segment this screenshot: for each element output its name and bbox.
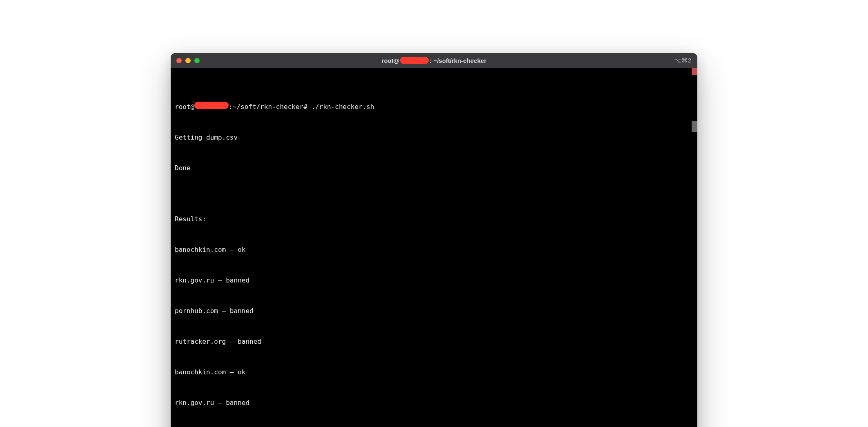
output-line: banochkin.com – ok xyxy=(175,245,693,255)
close-icon[interactable] xyxy=(176,58,182,63)
output-line: Done xyxy=(175,163,693,173)
output-line: Getting dump.csv xyxy=(175,132,693,142)
scrollbar-track[interactable] xyxy=(692,68,697,427)
prompt-line: root@:~/soft/rkn-checker# ./rkn-checker.… xyxy=(175,102,693,112)
terminal-output[interactable]: root@:~/soft/rkn-checker# ./rkn-checker.… xyxy=(171,68,697,427)
redacted-hostname xyxy=(400,57,429,64)
prompt-suffix: :~/soft/rkn-checker# ./rkn-checker.sh xyxy=(229,103,374,111)
prompt-prefix: root@ xyxy=(175,103,194,111)
window-controls xyxy=(176,58,200,63)
title-suffix: : ~/soft/rkn-checker xyxy=(430,57,486,64)
terminal-window: root@ : ~/soft/rkn-checker ⌥⌘2 root@:~/s… xyxy=(171,53,697,427)
redacted-hostname xyxy=(194,102,229,109)
output-line: pornhub.com – banned xyxy=(175,306,693,316)
minimize-icon[interactable] xyxy=(185,58,191,63)
window-title: root@ : ~/soft/rkn-checker xyxy=(171,57,697,64)
output-line: rkn.gov.ru – banned xyxy=(175,275,693,285)
titlebar[interactable]: root@ : ~/soft/rkn-checker ⌥⌘2 xyxy=(171,53,697,68)
output-line: Results: xyxy=(175,214,693,224)
maximize-icon[interactable] xyxy=(194,58,200,63)
title-prefix: root@ xyxy=(382,57,400,64)
scrollbar-marker xyxy=(692,68,697,75)
output-line: banochkin.com – ok xyxy=(175,367,693,377)
scrollbar-marker xyxy=(692,121,697,132)
output-line: rutracker.org – banned xyxy=(175,336,693,347)
shortcut-hint: ⌥⌘2 xyxy=(674,57,692,64)
output-line: rkn.gov.ru – banned xyxy=(175,398,693,408)
